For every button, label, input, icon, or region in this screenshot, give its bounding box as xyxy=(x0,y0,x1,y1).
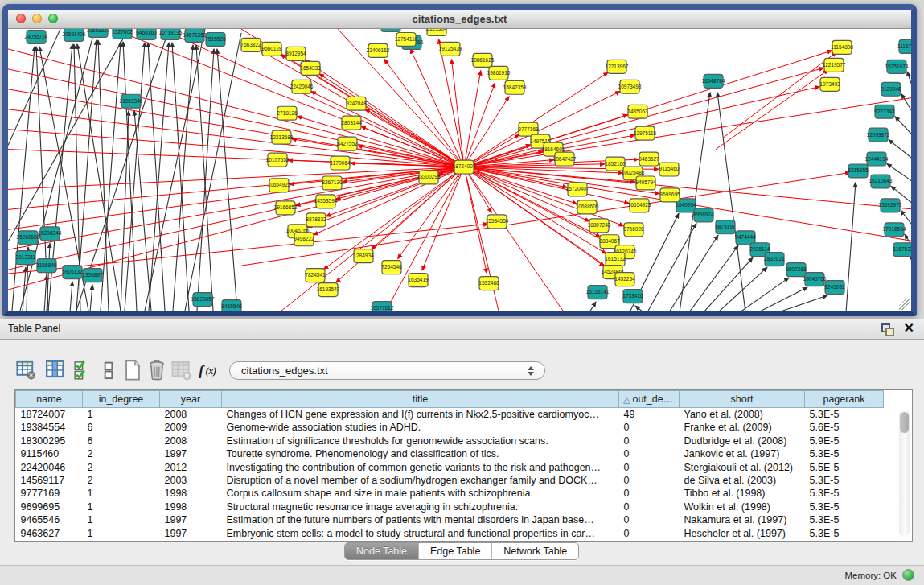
graph-node[interactable]: 6466160 xyxy=(136,29,157,39)
column-header-in_degree[interactable]: in_degree xyxy=(83,391,160,408)
window-resize-grip[interactable] xyxy=(899,299,910,310)
graph-node[interactable]: 9465546 xyxy=(221,300,242,311)
graph-node[interactable]: 1635419 xyxy=(408,274,429,287)
graph-node[interactable]: 18807243 xyxy=(588,219,611,233)
graph-node[interactable]: 9463627 xyxy=(639,152,659,166)
table-row[interactable]: 946362711997Embryonic stem cells: a mode… xyxy=(16,527,884,540)
graph-node[interactable]: 8813054 xyxy=(380,29,401,31)
graph-node[interactable]: 1284934 xyxy=(353,249,374,263)
graph-node[interactable]: 6879197 xyxy=(715,220,736,234)
graph-node[interactable]: 1973493 xyxy=(819,77,840,91)
graph-node[interactable]: 16210643 xyxy=(869,175,893,188)
create-new-icon[interactable] xyxy=(122,360,143,381)
graph-node[interactable]: 2718126 xyxy=(277,106,298,120)
graph-node[interactable]: 9245092 xyxy=(824,281,845,295)
graph-node[interactable]: 8878332 xyxy=(306,213,326,227)
column-header-out_degree[interactable]: △out_de… xyxy=(619,391,680,408)
graph-node[interactable]: 10107552 xyxy=(266,153,290,167)
close-panel-icon[interactable]: ✕ xyxy=(904,320,914,336)
graph-node[interactable]: 15842359 xyxy=(503,80,527,94)
graph-node[interactable]: 9227343 xyxy=(874,105,895,118)
graph-node[interactable]: 10653327 xyxy=(87,29,110,37)
close-window-button[interactable] xyxy=(16,14,26,23)
network-graph[interactable]: 2405572420691406106533271527602646616010… xyxy=(8,29,911,311)
graph-node[interactable]: 12213589 xyxy=(270,130,294,144)
graph-node[interactable]: 15720407 xyxy=(566,183,589,196)
graph-node[interactable]: 14671358 xyxy=(183,29,207,42)
graph-node[interactable]: 10045766 xyxy=(803,273,827,286)
graph-node[interactable]: 16654923 xyxy=(628,199,651,212)
graph-node[interactable]: 9242848 xyxy=(346,97,367,110)
column-header-name[interactable]: name xyxy=(16,391,83,408)
graph-node[interactable]: 1170064 xyxy=(331,156,351,170)
graph-node[interactable]: 5905132 xyxy=(62,266,83,279)
table-vertical-scrollbar[interactable] xyxy=(899,410,910,537)
graph-node[interactable]: 1852160 xyxy=(605,157,626,171)
graph-node[interactable]: 1615132 xyxy=(605,253,626,266)
table-row[interactable]: 969969511998Structural magnetic resonanc… xyxy=(16,501,884,513)
graph-node[interactable]: 9498222 xyxy=(294,233,314,246)
graph-node[interactable]: 12975115 xyxy=(634,126,657,140)
graph-node[interactable]: 9495794 xyxy=(635,176,656,190)
graph-node[interactable]: 10654925 xyxy=(268,179,291,192)
graph-node[interactable]: 9660128 xyxy=(261,42,282,56)
graph-node[interactable]: 8121304 xyxy=(426,29,447,35)
graph-node[interactable]: 18724007 xyxy=(453,160,476,174)
graph-node[interactable]: 15584554 xyxy=(486,215,509,229)
float-panel-icon[interactable] xyxy=(881,323,893,336)
graph-node[interactable]: 10861625 xyxy=(471,53,495,67)
graph-node[interactable]: 15829857 xyxy=(191,293,215,307)
graph-node[interactable]: 8215955 xyxy=(848,164,869,178)
graph-node[interactable]: 10973493 xyxy=(618,80,642,93)
select-columns-icon[interactable] xyxy=(73,360,94,381)
table-row[interactable]: 1456911722003Disruption of a novel membe… xyxy=(16,474,884,487)
table-row[interactable]: 1830029562008Estimation of significance … xyxy=(16,435,884,447)
graph-node[interactable]: 7663822 xyxy=(240,38,261,51)
column-header-title[interactable]: title xyxy=(222,391,619,408)
table-settings-icon[interactable] xyxy=(16,360,37,381)
graph-node[interactable]: 19166852 xyxy=(274,201,298,215)
graph-node[interactable]: 8427552 xyxy=(337,137,358,150)
column-header-short[interactable]: short xyxy=(680,391,805,408)
table-row[interactable]: 946554611997Estimation of the future num… xyxy=(16,513,884,526)
graph-node[interactable]: 7254546 xyxy=(381,261,402,274)
zoom-window-button[interactable] xyxy=(48,14,58,23)
row-options-icon[interactable] xyxy=(98,360,119,381)
graph-node[interactable]: 20691406 xyxy=(63,29,86,41)
graph-node[interactable]: 24055724 xyxy=(25,30,48,43)
graph-node[interactable]: 22406162 xyxy=(367,43,390,57)
graph-node[interactable]: 19125439 xyxy=(439,42,462,56)
graph-node[interactable]: 9607268 xyxy=(786,263,807,277)
graph-node[interactable]: 11167534 xyxy=(897,39,911,53)
graph-node[interactable]: 7485063 xyxy=(627,105,648,118)
minimize-window-button[interactable] xyxy=(32,14,42,23)
graph-node[interactable]: 8958924 xyxy=(693,208,714,222)
graph-node[interactable]: 8267130 xyxy=(322,176,343,190)
tab-node-table[interactable]: Node Table xyxy=(345,543,418,559)
graph-node[interactable]: 17016534 xyxy=(883,223,906,237)
graph-node[interactable]: 1532486 xyxy=(478,277,499,290)
memory-status-indicator[interactable] xyxy=(902,569,914,581)
graph-node[interactable]: 9115460 xyxy=(659,163,680,176)
graph-node[interactable]: 21053346 xyxy=(120,94,143,108)
graph-node[interactable]: 10719135 xyxy=(159,29,183,39)
graph-node[interactable]: 12444194 xyxy=(865,152,889,166)
graph-node[interactable]: 12093872 xyxy=(867,128,890,142)
graph-node[interactable]: 19861910 xyxy=(487,66,511,80)
graph-node[interactable]: 7515526 xyxy=(205,32,226,46)
graph-node[interactable]: 2803144 xyxy=(341,116,362,130)
table-row[interactable]: 1872400712008Changes of HCN gene express… xyxy=(16,408,884,422)
graph-node[interactable]: 7824541 xyxy=(305,269,326,282)
graph-node[interactable]: 2832021 xyxy=(764,253,785,266)
column-header-pagerank[interactable]: pagerank xyxy=(805,391,884,408)
graph-node[interactable]: 10577612 xyxy=(371,302,394,311)
delete-trash-icon[interactable] xyxy=(146,360,167,381)
graph-node[interactable]: 10647427 xyxy=(553,152,577,166)
window-titlebar[interactable]: citations_edges.txt xyxy=(8,10,911,29)
graph-node[interactable]: 16193547 xyxy=(317,283,340,297)
graph-node[interactable]: 12213967 xyxy=(606,60,629,73)
graph-node[interactable]: 10688609 xyxy=(576,200,599,214)
graph-node[interactable]: 16648784 xyxy=(702,74,725,88)
table-row[interactable]: 1938455462009Genome-wide association stu… xyxy=(16,421,884,434)
graph-node[interactable]: 25260650 xyxy=(17,231,40,245)
